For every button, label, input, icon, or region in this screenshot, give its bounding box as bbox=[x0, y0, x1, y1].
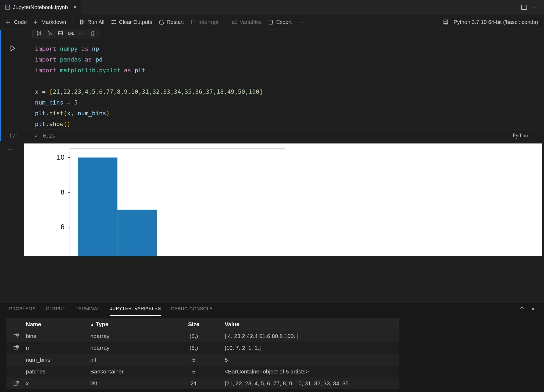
popout-icon[interactable] bbox=[6, 333, 26, 339]
col-header-type[interactable]: ▲Type bbox=[90, 321, 163, 328]
var-name: patches bbox=[26, 368, 90, 375]
more-icon[interactable]: ··· bbox=[298, 19, 305, 25]
notebook-file-icon bbox=[5, 5, 10, 10]
col-header-name[interactable]: Name bbox=[26, 321, 90, 328]
var-type: int bbox=[90, 357, 163, 363]
more-icon[interactable]: ··· bbox=[533, 4, 539, 10]
kernel-selector[interactable]: Python 3.7.10 64-bit ('base': conda) bbox=[453, 19, 538, 25]
close-icon[interactable]: × bbox=[71, 4, 77, 11]
tab-jupyter-variables[interactable]: JUPYTER: VARIABLES bbox=[110, 302, 161, 316]
tab-debug-console[interactable]: DEBUG CONSOLE bbox=[171, 303, 213, 315]
svg-text:6: 6 bbox=[61, 223, 65, 231]
var-type: ndarray bbox=[90, 345, 163, 351]
table-row[interactable]: num_bins int 5 5 bbox=[6, 354, 399, 366]
more-icon[interactable]: ··· bbox=[8, 146, 14, 153]
var-size: 21 bbox=[163, 380, 225, 387]
notebook-toolbar: + Code + Markdown Run All Clear Outputs … bbox=[0, 15, 544, 30]
run-below-icon[interactable] bbox=[46, 30, 53, 37]
split-cell-icon[interactable] bbox=[57, 30, 64, 37]
var-type: ndarray bbox=[90, 333, 163, 339]
svg-rect-16 bbox=[444, 22, 448, 24]
bottom-panel: PROBLEMS OUTPUT TERMINAL JUPYTER: VARIAB… bbox=[0, 301, 544, 392]
tab-filename: JupyterNotebook.ipynb bbox=[13, 4, 68, 10]
export-icon bbox=[268, 19, 274, 25]
table-row[interactable]: n ndarray (5,) [10. 7. 2. 1. 1.] bbox=[6, 342, 399, 354]
toolbar-divider bbox=[73, 18, 73, 26]
trash-icon[interactable] bbox=[90, 30, 96, 37]
svg-rect-23 bbox=[72, 32, 74, 35]
tab-output[interactable]: OUTPUT bbox=[46, 303, 65, 315]
run-cell-icon[interactable] bbox=[36, 30, 42, 37]
svg-rect-13 bbox=[235, 20, 237, 23]
var-name: num_bins bbox=[26, 357, 90, 363]
var-value: 5 bbox=[225, 357, 399, 363]
split-editor-icon[interactable] bbox=[521, 4, 527, 10]
tab-problems[interactable]: PROBLEMS bbox=[9, 303, 35, 315]
var-name: x bbox=[26, 380, 90, 387]
interrupt-label: Interrupt bbox=[198, 19, 218, 25]
run-all-icon bbox=[79, 19, 85, 25]
popout-icon[interactable] bbox=[6, 380, 26, 386]
table-row[interactable]: x list 21 [21, 22, 23, 4, 5, 6, 77, 8, 9… bbox=[6, 377, 399, 389]
histogram-plot: 46810 bbox=[24, 143, 293, 256]
export-button[interactable]: Export bbox=[268, 19, 292, 25]
cell-mini-toolbar: ··· bbox=[32, 30, 99, 38]
col-header-value[interactable]: Value bbox=[225, 321, 399, 328]
add-code-button[interactable]: + Code bbox=[6, 19, 27, 25]
col-header-size[interactable]: Size bbox=[163, 321, 225, 328]
exec-time: 0.2s bbox=[43, 133, 55, 139]
var-size: 5 bbox=[163, 357, 225, 363]
code-cell[interactable]: import numpy as npimport pandas as pdimp… bbox=[0, 30, 544, 141]
tab-terminal[interactable]: TERMINAL bbox=[76, 303, 100, 315]
stop-icon bbox=[190, 19, 196, 25]
add-markdown-button[interactable]: + Markdown bbox=[33, 19, 66, 25]
restart-label: Restart bbox=[167, 19, 184, 25]
table-row[interactable]: patches BarContainer 5 <BarContainer obj… bbox=[6, 366, 399, 377]
clear-outputs-button[interactable]: Clear Outputs bbox=[111, 19, 152, 25]
variables-table: Name ▲Type Size Value bins ndarray (6,) … bbox=[6, 318, 399, 389]
var-type: list bbox=[90, 380, 163, 387]
svg-text:10: 10 bbox=[57, 153, 65, 161]
var-type: BarContainer bbox=[90, 368, 163, 375]
plus-icon: + bbox=[6, 19, 12, 25]
code-editor[interactable]: import numpy as npimport pandas as pdimp… bbox=[24, 30, 540, 130]
var-size: (5,) bbox=[163, 345, 225, 351]
var-size: (6,) bbox=[163, 333, 225, 339]
change-cell-icon[interactable] bbox=[68, 30, 74, 37]
sort-asc-icon: ▲ bbox=[90, 322, 94, 326]
variables-toolbar-button[interactable]: Variables bbox=[232, 19, 262, 25]
editor-tab[interactable]: JupyterNotebook.ipynb × bbox=[0, 0, 81, 15]
popout-icon[interactable] bbox=[6, 345, 26, 351]
svg-rect-39 bbox=[14, 347, 17, 350]
var-value: <BarContainer object of 5 artists> bbox=[225, 368, 399, 375]
close-icon[interactable]: × bbox=[531, 305, 535, 313]
var-name: bins bbox=[26, 333, 90, 339]
execution-count: [7] bbox=[9, 133, 18, 139]
plus-icon: + bbox=[33, 19, 39, 25]
restart-button[interactable]: Restart bbox=[159, 19, 184, 25]
chevron-up-icon[interactable] bbox=[520, 305, 525, 311]
svg-rect-3 bbox=[6, 8, 8, 9]
table-row[interactable]: bins ndarray (6,) [ 4. 23.2 42.4 61.6 80… bbox=[6, 330, 399, 342]
svg-rect-1 bbox=[6, 6, 9, 6]
var-value: [10. 7. 2. 1. 1.] bbox=[225, 345, 399, 351]
svg-rect-42 bbox=[14, 382, 17, 385]
clear-outputs-label: Clear Outputs bbox=[119, 19, 152, 25]
cell-status: [7] ✓ 0.2s Python bbox=[24, 130, 540, 141]
editor-tabbar: JupyterNotebook.ipynb × ··· bbox=[0, 0, 544, 15]
cell-output: 46810 bbox=[24, 143, 542, 256]
svg-rect-22 bbox=[69, 32, 70, 35]
svg-rect-38 bbox=[14, 335, 17, 338]
variables-label: Variables bbox=[240, 19, 262, 25]
run-cell-button[interactable] bbox=[9, 45, 16, 52]
panel-tabs: PROBLEMS OUTPUT TERMINAL JUPYTER: VARIAB… bbox=[0, 302, 544, 316]
run-all-label: Run All bbox=[87, 19, 104, 25]
svg-rect-2 bbox=[6, 7, 9, 8]
more-icon[interactable]: ··· bbox=[79, 30, 85, 37]
run-all-button[interactable]: Run All bbox=[79, 19, 104, 25]
table-header: Name ▲Type Size Value bbox=[6, 318, 399, 330]
cell-language[interactable]: Python bbox=[513, 132, 529, 139]
var-value: [ 4. 23.2 42.4 61.6 80.8 100. ] bbox=[225, 333, 399, 339]
export-label: Export bbox=[276, 19, 292, 25]
clear-icon bbox=[111, 19, 117, 25]
